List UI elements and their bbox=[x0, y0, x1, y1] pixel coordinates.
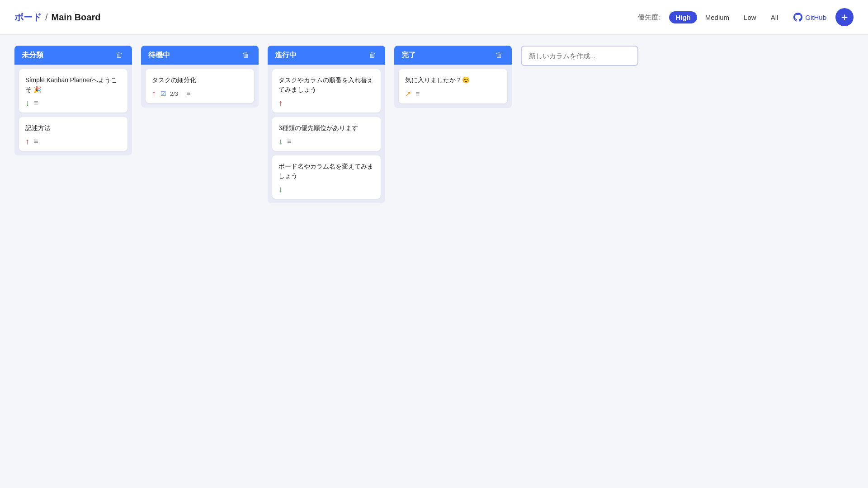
priority-filter-all[interactable]: All bbox=[764, 11, 785, 23]
github-icon bbox=[793, 13, 802, 22]
column-body-waiting: タスクの細分化 ↑ ☑ 2/3 ≡ bbox=[141, 65, 259, 108]
card-title-c5: 3種類の優先順位があります bbox=[278, 123, 374, 133]
card-c7: 気に入りましたか？😊 ↗ ≡ bbox=[399, 69, 507, 103]
card-c2: 記述方法 ↑ ≡ bbox=[19, 117, 127, 151]
column-header-done: 完了 🗑 bbox=[394, 46, 512, 65]
card-footer-c7: ↗ ≡ bbox=[405, 89, 501, 98]
column-body-done: 気に入りましたか？😊 ↗ ≡ bbox=[394, 65, 512, 108]
card-footer-c6: ↓ bbox=[278, 185, 374, 193]
menu-icon-c3[interactable]: ≡ bbox=[186, 89, 190, 98]
breadcrumb-board[interactable]: ボード bbox=[14, 11, 42, 23]
column-title-in-progress: 進行中 bbox=[275, 51, 297, 60]
menu-icon-c2[interactable]: ≡ bbox=[34, 137, 38, 145]
column-body-in-progress: タスクやカラムの順番を入れ替えてみましょう ↑ 3種類の優先順位があります ↓ … bbox=[268, 65, 385, 203]
card-c6: ボード名やカラム名を変えてみましょう ↓ bbox=[272, 155, 381, 199]
column-header-in-progress: 進行中 🗑 bbox=[268, 46, 385, 65]
github-link[interactable]: GitHub bbox=[793, 13, 826, 22]
priority-filter-medium[interactable]: Medium bbox=[699, 11, 736, 23]
ext-link-icon-c7: ↗ bbox=[405, 89, 411, 98]
column-delete-waiting[interactable]: 🗑 bbox=[241, 50, 251, 60]
card-footer-c2: ↑ ≡ bbox=[25, 137, 121, 145]
breadcrumb-title: Main Board bbox=[52, 12, 101, 23]
card-title-c2: 記述方法 bbox=[25, 123, 121, 133]
breadcrumb-separator: / bbox=[45, 12, 48, 23]
column-body-unclassified: Simple Kanban Plannerへようこそ 🎉 ↓ ≡ 記述方法 ↑ … bbox=[14, 65, 132, 155]
column-header-unclassified: 未分類 🗑 bbox=[14, 46, 132, 65]
column-delete-unclassified[interactable]: 🗑 bbox=[114, 50, 125, 60]
priority-arrow-c1: ↓ bbox=[25, 99, 29, 107]
column-title-done: 完了 bbox=[401, 51, 416, 60]
new-column-container bbox=[521, 46, 638, 66]
priority-filter-high[interactable]: High bbox=[669, 11, 697, 23]
subtask-row-c3: ☑ 2/3 bbox=[160, 90, 182, 97]
priority-arrow-c4: ↑ bbox=[278, 99, 283, 107]
card-footer-c5: ↓ ≡ bbox=[278, 137, 374, 145]
card-footer-c3: ↑ ☑ 2/3 ≡ bbox=[152, 89, 248, 98]
card-c1: Simple Kanban Plannerへようこそ 🎉 ↓ ≡ bbox=[19, 69, 127, 113]
card-title-c4: タスクやカラムの順番を入れ替えてみましょう bbox=[278, 75, 374, 94]
menu-icon-c5[interactable]: ≡ bbox=[287, 137, 291, 145]
header-right: 優先度: High Medium Low All GitHub + bbox=[638, 8, 854, 26]
card-title-c1: Simple Kanban Plannerへようこそ 🎉 bbox=[25, 75, 121, 94]
column-in-progress: 進行中 🗑 タスクやカラムの順番を入れ替えてみましょう ↑ 3種類の優先順位があ… bbox=[268, 46, 385, 203]
add-column-button[interactable]: + bbox=[835, 8, 854, 26]
priority-filters: High Medium Low All bbox=[669, 11, 784, 23]
card-title-c6: ボード名やカラム名を変えてみましょう bbox=[278, 162, 374, 181]
board: 未分類 🗑 Simple Kanban Plannerへようこそ 🎉 ↓ ≡ 記… bbox=[0, 35, 868, 214]
column-header-waiting: 待機中 🗑 bbox=[141, 46, 259, 65]
column-unclassified: 未分類 🗑 Simple Kanban Plannerへようこそ 🎉 ↓ ≡ 記… bbox=[14, 46, 132, 155]
breadcrumb: ボード / Main Board bbox=[14, 11, 100, 23]
card-title-c7: 気に入りましたか？😊 bbox=[405, 75, 501, 85]
column-waiting: 待機中 🗑 タスクの細分化 ↑ ☑ 2/3 ≡ bbox=[141, 46, 259, 108]
priority-filter-low[interactable]: Low bbox=[737, 11, 763, 23]
card-c5: 3種類の優先順位があります ↓ ≡ bbox=[272, 117, 381, 151]
column-delete-in-progress[interactable]: 🗑 bbox=[367, 50, 378, 60]
new-column-input[interactable] bbox=[521, 46, 638, 66]
card-c3: タスクの細分化 ↑ ☑ 2/3 ≡ bbox=[146, 69, 254, 103]
subtask-count-c3: 2/3 bbox=[170, 90, 178, 97]
priority-arrow-c5: ↓ bbox=[278, 137, 283, 145]
column-delete-done[interactable]: 🗑 bbox=[494, 50, 505, 60]
card-title-c3: タスクの細分化 bbox=[152, 75, 248, 85]
column-title-unclassified: 未分類 bbox=[22, 51, 43, 60]
header: ボード / Main Board 優先度: High Medium Low Al… bbox=[0, 0, 868, 35]
menu-icon-c1[interactable]: ≡ bbox=[34, 99, 38, 107]
column-title-waiting: 待機中 bbox=[148, 51, 170, 60]
card-footer-c4: ↑ bbox=[278, 99, 374, 107]
github-label: GitHub bbox=[805, 14, 826, 21]
card-c4: タスクやカラムの順番を入れ替えてみましょう ↑ bbox=[272, 69, 381, 113]
priority-arrow-c3: ↑ bbox=[152, 89, 156, 98]
priority-arrow-c6: ↓ bbox=[278, 185, 283, 193]
menu-icon-c7[interactable]: ≡ bbox=[415, 90, 420, 98]
card-footer-c1: ↓ ≡ bbox=[25, 99, 121, 107]
priority-arrow-c2: ↑ bbox=[25, 137, 29, 145]
subtask-check-icon: ☑ bbox=[160, 90, 166, 97]
column-done: 完了 🗑 気に入りましたか？😊 ↗ ≡ bbox=[394, 46, 512, 108]
priority-label: 優先度: bbox=[638, 13, 660, 22]
